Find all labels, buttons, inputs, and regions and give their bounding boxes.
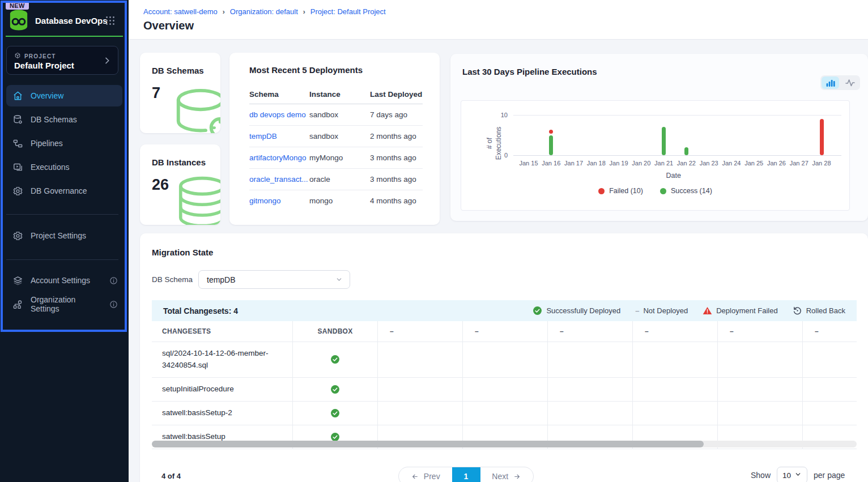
info-icon[interactable] xyxy=(109,276,118,285)
gridline-10 xyxy=(513,115,841,116)
deployment-schema-link[interactable]: oracle_transact... xyxy=(249,169,309,190)
rollback-icon xyxy=(793,306,802,315)
main-content: Account: satwell-demo›Organization: defa… xyxy=(129,0,868,482)
deployment-schema-link[interactable]: db devops demo xyxy=(249,104,309,126)
sidebar-divider xyxy=(6,259,118,260)
chevron-down-icon xyxy=(794,471,802,480)
db-schema-select[interactable]: tempDB xyxy=(198,270,350,289)
db-schema-selected-value: tempDB xyxy=(207,275,236,284)
db-instances-value: 26 xyxy=(152,176,169,194)
executions-icon xyxy=(12,162,23,173)
bar-chart-toggle[interactable] xyxy=(822,76,839,89)
sidebar-item-db-schemas[interactable]: DB Schemas xyxy=(6,109,122,130)
changeset-status-cell xyxy=(293,378,378,402)
project-label: PROJECT xyxy=(24,53,56,59)
changeset-empty-cell xyxy=(548,402,633,425)
deployment-cell: 2 months ago xyxy=(370,126,423,147)
sidebar-item-account-settings[interactable]: Account Settings xyxy=(6,270,122,291)
legend-dot-icon xyxy=(598,188,605,194)
changeset-empty-cell xyxy=(378,378,463,402)
app-window: NEW Database DevOps PROJECT Default Proj… xyxy=(0,0,868,482)
apps-grid-icon[interactable] xyxy=(105,16,115,28)
deployment-schema-link[interactable]: artifactoryMongo xyxy=(249,147,309,169)
breadcrumb-link[interactable]: Organization: default xyxy=(230,7,298,16)
chart-bar-success xyxy=(662,127,666,155)
line-chart-toggle[interactable] xyxy=(841,76,859,89)
next-page-button[interactable]: Next xyxy=(480,467,534,482)
horizontal-scrollbar-thumb[interactable] xyxy=(152,441,704,447)
app-logo-icon xyxy=(7,8,30,32)
sidebar-item-label: Project Settings xyxy=(31,231,86,240)
changeset-row: satwell:basisSetup-2 xyxy=(152,402,857,425)
sidebar-item-organization-settings[interactable]: Organization Settings xyxy=(6,293,122,315)
changesets-summary-band: Total Changesets: 4 Successfully Deploye… xyxy=(152,300,857,321)
status-legend-item: Successfully Deployed xyxy=(533,306,620,315)
changesets-column-header: – xyxy=(718,321,803,342)
deployment-cell: 7 days ago xyxy=(370,104,423,126)
pagination: Prev 1 Next xyxy=(398,467,534,482)
sidebar-item-project-settings[interactable]: Project Settings xyxy=(6,225,122,246)
db-schemas-value: 7 xyxy=(152,84,160,102)
status-legend-label: Successfully Deployed xyxy=(546,306,620,315)
breadcrumb-link[interactable]: Project: Default Project xyxy=(310,7,386,16)
sidebar-item-executions[interactable]: Executions xyxy=(6,156,122,178)
status-legend-item: –Not Deployed xyxy=(635,306,688,315)
status-legend: Successfully Deployed–Not DeployedDeploy… xyxy=(533,306,845,315)
chart-bar-failed xyxy=(549,130,553,134)
breadcrumb-link[interactable]: Account: satwell-demo xyxy=(143,7,218,16)
deployment-cell: sandbox xyxy=(309,104,370,126)
changesets-column-header: CHANGESETS xyxy=(152,321,293,342)
deployment-cell: sandbox xyxy=(309,126,370,147)
pipeline-executions-card: Last 30 Days Pipeline Executions # of Ex… xyxy=(450,54,868,221)
layers-icon xyxy=(12,275,23,286)
changeset-empty-cell xyxy=(548,378,633,402)
per-page-select[interactable]: 10 xyxy=(777,467,807,482)
database-green-icon xyxy=(167,86,220,133)
deployments-title: Most Recent 5 Deployments xyxy=(249,65,363,75)
deployment-cell: oracle xyxy=(309,169,370,190)
check-circle-icon xyxy=(330,385,340,394)
status-legend-label: Not Deployed xyxy=(643,306,688,315)
deployment-cell: 3 months ago xyxy=(370,169,423,190)
changeset-empty-cell xyxy=(718,378,803,402)
deployment-schema-link[interactable]: gitmongo xyxy=(249,190,309,211)
chart-bar-failed xyxy=(820,119,824,155)
db-instances-card: DB Instances 26 xyxy=(140,144,220,225)
info-icon[interactable] xyxy=(109,300,118,309)
status-legend-item: Rolled Back xyxy=(793,306,845,315)
y-axis-label: # of Executions xyxy=(466,115,522,172)
sidebar-item-overview[interactable]: Overview xyxy=(6,85,122,106)
changeset-status-cell xyxy=(293,402,378,425)
chart-bar-success xyxy=(684,147,688,155)
deployment-cell: mongo xyxy=(309,190,370,211)
sidebar-item-pipelines[interactable]: Pipelines xyxy=(6,133,122,154)
horizontal-scrollbar xyxy=(152,441,857,447)
changeset-name: satwell:basisSetup-2 xyxy=(152,402,293,425)
prev-label: Prev xyxy=(424,472,440,481)
changesets-column-header: – xyxy=(548,321,633,342)
chevron-down-icon xyxy=(335,276,343,283)
arrow-right-icon xyxy=(513,473,521,480)
changesets-column-header: – xyxy=(378,321,463,342)
changeset-empty-cell xyxy=(718,402,803,425)
total-changesets: Total Changesets: 4 xyxy=(163,306,238,315)
warning-icon xyxy=(703,306,712,315)
changeset-empty-cell xyxy=(378,342,463,378)
sidebar-item-label: DB Schemas xyxy=(31,115,77,124)
changeset-empty-cell xyxy=(463,378,548,402)
deployment-schema-link[interactable]: tempDB xyxy=(249,126,309,147)
page-number-button[interactable]: 1 xyxy=(452,467,480,482)
changesets-column-header: – xyxy=(803,321,857,342)
changeset-empty-cell xyxy=(463,402,548,425)
app-title: Database DevOps xyxy=(35,16,108,25)
project-selector[interactable]: PROJECT Default Project xyxy=(6,46,118,75)
y-tick-10: 10 xyxy=(493,112,508,118)
recent-deployments-card: Most Recent 5 Deployments SchemaInstance… xyxy=(229,53,440,225)
sidebar-item-db-governance[interactable]: DB Governance xyxy=(6,180,122,202)
sidebar-item-label: Pipelines xyxy=(31,139,63,148)
gear-icon xyxy=(12,231,23,241)
check-circle-icon xyxy=(330,355,340,364)
prev-page-button[interactable]: Prev xyxy=(399,467,452,482)
legend-label: Failed (10) xyxy=(609,187,643,195)
deployments-column-header: Last Deployed xyxy=(370,86,423,104)
